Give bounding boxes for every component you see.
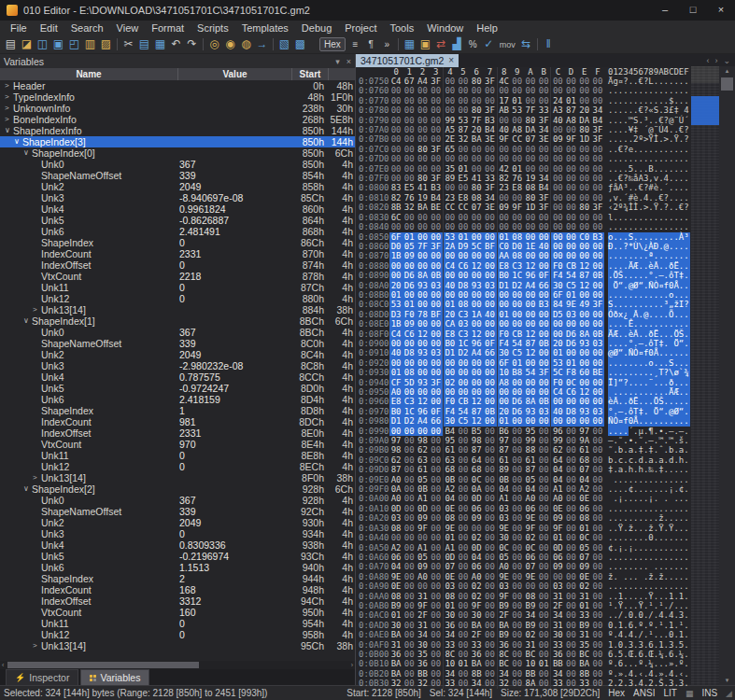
expander-icon[interactable]: [33, 439, 41, 450]
menu-tools[interactable]: Tools: [384, 22, 421, 34]
hex-bytes[interactable]: 0000803F89E541338276193400000000: [389, 174, 604, 183]
cut-icon[interactable]: ✂: [120, 36, 136, 52]
hex-ascii[interactable]: Äg¤?..€?L.......: [608, 77, 690, 86]
expander-icon[interactable]: [33, 282, 41, 293]
hex-bytes[interactable]: 060005000D0004000500060006000700: [389, 553, 604, 562]
hex-row[interactable]: 0:091040D89303D1D2A46630C5120001000000@Ø…: [356, 348, 735, 357]
expander-icon[interactable]: [33, 416, 41, 427]
hex-row[interactable]: 0:0980D1D2A46630C512000100000000000000ÑÒ…: [356, 416, 735, 426]
hex-row[interactable]: 0:09D087006100680068008900870004000700‡.…: [356, 465, 735, 474]
hex-ascii[interactable]: ....°.–.ôT‡. Ö“.: [608, 339, 690, 348]
expander-icon[interactable]: ∨: [23, 483, 32, 495]
tab-scroll-left-icon[interactable]: ‹: [706, 56, 709, 65]
expander-icon[interactable]: [33, 226, 41, 237]
tree-row[interactable]: Unk3-2.980232e-088C8h4h: [0, 360, 355, 371]
hex-ascii[interactable]: ‡.a.h.h.‰.‡.....: [608, 465, 690, 474]
word-wrap-icon[interactable]: »: [379, 36, 395, 52]
tree-row[interactable]: ShapeNameOffset33992Ch4h: [0, 506, 355, 517]
hex-bytes[interactable]: 31003000330033003600310033003500: [389, 640, 604, 650]
expander-icon[interactable]: ∨: [23, 147, 32, 159]
hex-row[interactable]: 0:0A809E00A0000E00A0009E009E0000000E00ž.…: [356, 572, 735, 581]
hex-bytes[interactable]: 320032003300340032008A0033003300: [389, 679, 604, 688]
tree-row[interactable]: Unk5-0.219697493Ch4h: [0, 551, 355, 562]
hex-bytes[interactable]: A00000000000000000000000C4C61200: [389, 387, 604, 397]
hex-row[interactable]: 0:09C062006300630064006100610064006800b.…: [356, 455, 735, 465]
tree-row[interactable]: IndexCount168948h4h: [0, 584, 355, 595]
convert-icon[interactable]: ⇆: [518, 36, 534, 52]
hex-ascii[interactable]: èÃ..ðË...ÖŠ.....: [608, 397, 690, 406]
expander-icon[interactable]: >: [33, 640, 41, 651]
hex-row[interactable]: 0:0AD0300031003600BA00BA00B9003100B9000.…: [356, 621, 735, 630]
hex-row[interactable]: 0:08701B09000000000000AA08000000000000..…: [356, 251, 735, 260]
expander-icon[interactable]: [33, 360, 41, 371]
menu-help[interactable]: Help: [470, 22, 504, 34]
hex-bytes[interactable]: 00000000000000001701000024010000: [389, 96, 604, 105]
hex-bytes[interactable]: 00000000000000000000000000000000: [389, 222, 604, 231]
expander-icon[interactable]: [33, 607, 41, 618]
hex-row[interactable]: 0:0960E8C31200F0CB120000D68A0B00000000èÃ…: [356, 397, 735, 406]
tree-row[interactable]: Unk61.1513940h4h: [0, 562, 355, 573]
hex-row[interactable]: 0:0930010800000000000010B8543F5CF860BE..…: [356, 368, 735, 377]
hex-bytes[interactable]: A000A10004000D00A100A000A0000E00: [389, 494, 604, 503]
hex-ascii[interactable]: ......€?«S.3£‡ 4: [608, 105, 690, 115]
hex-ascii[interactable]: ....¥‡ ´@¨Ú4..€?: [608, 125, 690, 134]
open-file-icon[interactable]: ◪: [19, 36, 35, 52]
expander-icon[interactable]: [33, 461, 41, 472]
hex-bytes[interactable]: C467A43F0000803F4C00000000000000: [389, 77, 604, 86]
hex-row[interactable]: 0:0AF0310030003300330036003100330035001.…: [356, 640, 735, 650]
hex-row[interactable]: 0:0750C467A43F0000803F4C00000000000000Äg…: [356, 77, 735, 86]
pause-icon[interactable]: ‖: [541, 36, 557, 52]
hex-row[interactable]: 0:09B098006200610087008700880062006100˜.…: [356, 445, 735, 455]
hex-ascii[interactable]: .....2º>ŸÌ.>.Ÿ.?: [608, 134, 690, 144]
expander-icon[interactable]: >: [33, 472, 41, 483]
hex-ascii[interactable]: ....ÄÆ..èÃ..ðË..: [608, 261, 690, 271]
hex-ascii[interactable]: ....´.µ.¶.•.–.—.: [608, 427, 690, 436]
tree-row[interactable]: IndexOffset0874h4h: [0, 259, 355, 271]
text-view-icon[interactable]: ≡: [347, 36, 363, 52]
hex-bytes[interactable]: 6F01000053010000010800000000C0B3: [389, 232, 604, 242]
hex-row[interactable]: 0:0A900E000000030002000300000003000200..…: [356, 581, 735, 591]
tab-scroll-right-icon[interactable]: ›: [714, 56, 717, 65]
expander-icon[interactable]: [33, 528, 41, 539]
hex-bytes[interactable]: E8C31200F0CB120000D68A0B00000000: [389, 397, 604, 406]
hex-ascii[interactable]: —.˜.•.˜.—.™.™.š.: [608, 436, 690, 445]
hex-bytes[interactable]: 010800000000000010B8543F5CF860BE: [389, 368, 604, 377]
save-icon[interactable]: ◫: [35, 36, 50, 52]
status-mode-hex[interactable]: Hex: [608, 688, 625, 698]
hex-bytes[interactable]: 40D89303D1D2A46630C5120001000000: [389, 348, 604, 357]
tree-row[interactable]: ShapeIndex18D8h4h: [0, 405, 355, 416]
tree-row[interactable]: VtxCount2218878h4h: [0, 271, 355, 282]
swap-bytes-icon[interactable]: ⇄: [433, 36, 449, 52]
hex-ascii[interactable]: ..Ÿ.ž...ž.Ÿ.Ÿ...: [608, 524, 690, 533]
hex-ascii[interactable]: b.c.c.d.a.a.d.h.: [608, 455, 690, 465]
expander-icon[interactable]: [33, 181, 41, 192]
tree-row[interactable]: ∨ShapeIndex[0]850h6Ch: [0, 147, 355, 159]
tree-row[interactable]: Unk11087Ch4h: [0, 282, 355, 293]
tree-row[interactable]: Unk0367850h4h: [0, 159, 355, 170]
show-whitespace-icon[interactable]: ¶: [363, 36, 379, 52]
hex-row[interactable]: 0:09A097009800950098009700990099009A00—.…: [356, 436, 735, 445]
tree-row[interactable]: Unk1108E8h4h: [0, 450, 355, 461]
hex-ascii[interactable]: .ÖŠ.....°.–.ôT‡.: [608, 271, 690, 280]
hex-bytes[interactable]: 01002F00300030002F00340034003300: [389, 610, 604, 620]
hex-row[interactable]: 0:08D0D3F078BF20C31A4001000000D5030000Óð…: [356, 310, 735, 319]
hex-row[interactable]: 0:08A020D6930340D89303D1D2A46630C51200 Ö…: [356, 281, 735, 290]
hex-ascii[interactable]: ........ª.......: [608, 251, 690, 260]
hex-ascii[interactable]: ÑÒ¤f0Å..........: [608, 416, 690, 426]
tree-row[interactable]: IndexOffset331294Ch4h: [0, 595, 355, 607]
hex-ascii[interactable]: ¢.¡.¡...........: [608, 543, 690, 553]
hex-row[interactable]: 0:0AA008003100080002009F00080031003100..…: [356, 592, 735, 601]
tree-row[interactable]: IndexCount9818DCh4h: [0, 416, 355, 427]
histogram-icon[interactable]: ▟: [449, 36, 465, 52]
hex-row[interactable]: 0:09E0A00005000B000C000B00050004000400 .…: [356, 475, 735, 484]
expander-icon[interactable]: [33, 203, 41, 215]
hex-row[interactable]: 0:0B20BA00BB0034008B003400BB0034008B00º.…: [356, 669, 735, 679]
expander-icon[interactable]: [33, 427, 41, 439]
hex-view-button[interactable]: Hex: [319, 37, 346, 51]
hex-bytes[interactable]: 1B090000CA0300000000000000000000: [389, 319, 604, 329]
hex-bytes[interactable]: 00000000000000006F01000053010000: [389, 358, 604, 368]
hex-ascii[interactable]: ........0.......: [608, 533, 690, 542]
expander-icon[interactable]: [33, 259, 41, 271]
tree-row[interactable]: IndexOffset23318E0h4h: [0, 427, 355, 439]
menu-templates[interactable]: Templates: [235, 22, 295, 34]
